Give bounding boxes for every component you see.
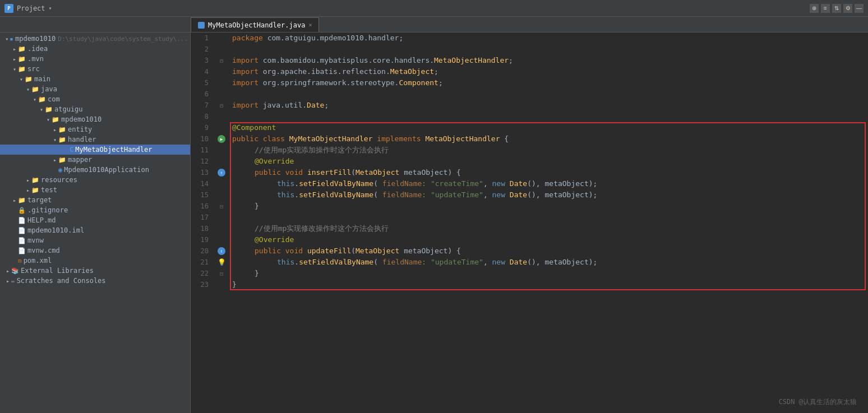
- arrow-test: ▸: [25, 187, 31, 193]
- label-entity: entity: [68, 126, 92, 133]
- label-iml: mpdemo1010.iml: [27, 226, 84, 234]
- sidebar-item-gitignore[interactable]: 🔒 .gitignore: [0, 205, 190, 215]
- gutter-7: ⊟: [213, 100, 230, 111]
- kw-public20: public: [255, 245, 285, 257]
- sidebar-item-handler[interactable]: ▾ 📁 handler: [0, 134, 190, 145]
- sidebar-item-idea[interactable]: ▸ 📁 .idea: [0, 44, 190, 54]
- sidebar-item-target[interactable]: ▸ 📁 target: [0, 195, 190, 205]
- gutter-13: ↑: [213, 167, 230, 178]
- md-icon: 📄: [18, 217, 26, 224]
- ln-1: 1: [195, 33, 209, 44]
- code-line-14: this.setFieldValByName( fieldName: "crea…: [232, 178, 868, 189]
- label-handler: handler: [68, 136, 96, 143]
- str-updateTime21: "updateTime": [431, 257, 483, 268]
- sidebar-item-scratches[interactable]: ▸ ✏️ Scratches and Consoles: [0, 276, 190, 286]
- tab-MyMetaObjectHandler[interactable]: MyMetaObjectHandler.java ×: [191, 17, 319, 32]
- kw-this15: this: [277, 189, 294, 201]
- ln-12: 12: [195, 156, 209, 167]
- title-bar: P Project ▾ ⊕ ≡ ⇅ ⚙ —: [0, 0, 868, 17]
- label-Mpdemo1010Application: Mpdemo1010Application: [64, 166, 149, 174]
- label-mapper: mapper: [68, 156, 92, 164]
- ln-20: 20: [195, 245, 209, 257]
- run-icon-10[interactable]: ▶: [218, 135, 225, 143]
- sidebar-item-atguigu[interactable]: ▾ 📁 atguigu: [0, 104, 190, 114]
- ln-8: 8: [195, 111, 209, 122]
- sidebar-item-external[interactable]: ▸ 📚 External Libraries: [0, 266, 190, 276]
- sidebar-item-MyMetaObjectHandler[interactable]: C MyMetaObjectHandler: [0, 145, 190, 155]
- arrow-src: ▾: [11, 66, 18, 72]
- sidebar-item-mpdemo1010[interactable]: ▾ ▪ mpdemo1010 D:\study\java\code\system…: [0, 34, 190, 44]
- arrow-atguigu: ▾: [38, 106, 45, 113]
- folder-icon-target: 📁: [18, 197, 26, 204]
- sort-btn[interactable]: ⇅: [832, 4, 841, 13]
- label-main: main: [34, 75, 50, 83]
- ln-22: 22: [195, 268, 209, 279]
- code-line-17: [232, 212, 868, 223]
- param-label-fn15: fieldName:: [382, 189, 426, 201]
- label-atguigu: atguigu: [54, 105, 83, 113]
- iml-icon: 📄: [18, 227, 26, 234]
- annotation-component: @Component: [232, 122, 276, 133]
- arrow-scratches: ▸: [4, 278, 11, 284]
- iface-moh: MetaObjectHandler: [425, 133, 500, 145]
- gutter-6: [213, 89, 230, 100]
- settings-btn[interactable]: ⚙: [843, 4, 852, 13]
- sidebar-item-HELP[interactable]: 📄 HELP.md: [0, 215, 190, 225]
- sidebar-item-Mpdemo1010Application[interactable]: ◉ Mpdemo1010Application: [0, 165, 190, 175]
- sidebar-item-pomxml[interactable]: m pom.xml: [0, 256, 190, 266]
- sidebar-item-java[interactable]: ▾ 📁 java: [0, 84, 190, 94]
- ln-21: 21: [195, 257, 209, 268]
- kw-implements: implements: [377, 133, 425, 145]
- code-line-11: //使用mp实现添加操作时这个方法会执行: [232, 145, 868, 156]
- sidebar-item-mvnw[interactable]: 📄 mvnw: [0, 235, 190, 245]
- sidebar-item-main[interactable]: ▾ 📁 main: [0, 74, 190, 84]
- minimize-btn[interactable]: —: [855, 4, 864, 13]
- fold-icon-7[interactable]: ⊟: [220, 103, 223, 109]
- title-bar-left: P Project ▾: [4, 4, 52, 13]
- kw-new14a: new: [492, 178, 510, 189]
- sidebar-item-entity[interactable]: ▸ 📁 entity: [0, 124, 190, 134]
- label-MyMetaObjectHandler: MyMetaObjectHandler: [75, 146, 152, 154]
- folder-icon-src: 📁: [18, 66, 26, 73]
- label-external: External Libraries: [21, 267, 94, 275]
- sidebar-item-src[interactable]: ▾ 📁 src: [0, 64, 190, 74]
- label-mpdemo1010: mpdemo1010: [15, 35, 56, 43]
- kw-import5: import: [232, 77, 263, 89]
- sidebar-item-mpdemo1010-pkg[interactable]: ▾ 📁 mpdemo1010: [0, 114, 190, 124]
- ln-16: 16: [195, 201, 209, 212]
- bulb-icon-21[interactable]: 💡: [218, 258, 226, 266]
- fold-icon-22[interactable]: ⊟: [220, 271, 223, 277]
- arrow-mpdemo1010: ▾: [4, 36, 10, 42]
- ln-7: 7: [195, 100, 209, 111]
- fold-icon-3[interactable]: ⊟: [220, 58, 223, 64]
- sidebar-item-mvnwcmd[interactable]: 📄 mvnw.cmd: [0, 245, 190, 256]
- sidebar-item-test[interactable]: ▸ 📁 test: [0, 185, 190, 195]
- tab-bar: MyMetaObjectHandler.java ×: [0, 17, 868, 33]
- gitignore-icon: 🔒: [18, 207, 26, 214]
- sidebar-item-mvn[interactable]: ▸ 📁 .mvn: [0, 54, 190, 64]
- annotation-override12: @Override: [255, 156, 294, 167]
- sidebar-item-resources[interactable]: ▸ 📁 resources: [0, 175, 190, 185]
- cmd-icon: 📄: [18, 247, 26, 254]
- label-mvn: .mvn: [27, 55, 44, 63]
- watermark: CSDN @认真生活的灰太狼: [779, 396, 857, 407]
- navigate-icon-20[interactable]: ↑: [218, 247, 225, 255]
- folder-icon-atguigu: 📁: [45, 106, 53, 113]
- new-file-btn[interactable]: ⊕: [810, 4, 819, 13]
- sidebar-item-mapper[interactable]: ▸ 📁 mapper: [0, 155, 190, 165]
- sidebar-item-iml[interactable]: 📄 mpdemo1010.iml: [0, 225, 190, 235]
- navigate-icon-13[interactable]: ↑: [218, 169, 225, 177]
- tab-close-btn[interactable]: ×: [308, 22, 312, 28]
- ln-10: 10: [195, 133, 209, 145]
- code-lines[interactable]: package com.atguigu.mpdemo1010.handler; …: [230, 33, 868, 413]
- classname-mymeta: MyMetaObjectHandler: [289, 133, 377, 145]
- method-updateFill: updateFill: [307, 245, 351, 257]
- gutter-21: 💡: [213, 257, 230, 268]
- code-editor[interactable]: 1 2 3 4 5 6 7 8 9 10 11 12 13 14 15 16 1…: [191, 33, 868, 413]
- kw-public13: public: [255, 167, 285, 178]
- sidebar-item-com[interactable]: ▾ 📁 com: [0, 94, 190, 104]
- list-btn[interactable]: ≡: [821, 4, 830, 13]
- arrow-mvn: ▸: [11, 56, 18, 62]
- fold-icon-16[interactable]: ⊟: [220, 203, 223, 210]
- kw-void13: void: [285, 167, 307, 178]
